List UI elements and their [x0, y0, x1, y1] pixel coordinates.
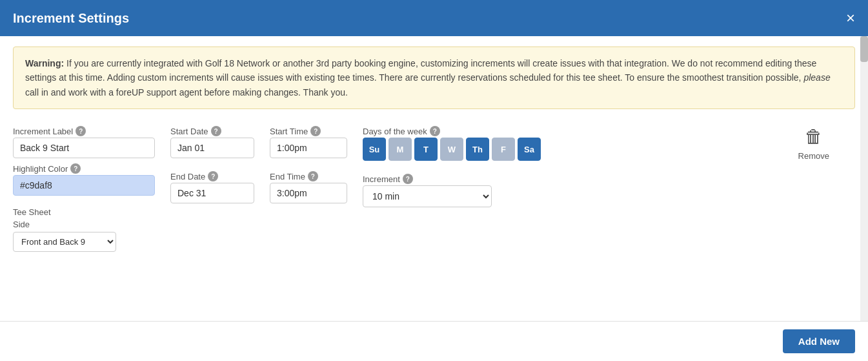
end-date-input[interactable] — [170, 183, 254, 203]
warning-bold: Warning: — [25, 58, 64, 68]
days-of-week-label: Days of the week ? — [363, 126, 569, 136]
day-btn-w[interactable]: W — [440, 138, 463, 161]
modal-title: Increment Settings — [13, 11, 129, 26]
remove-label: Remove — [798, 151, 829, 161]
modal-header: Increment Settings × — [0, 0, 868, 36]
highlight-color-help-icon[interactable]: ? — [70, 163, 81, 174]
add-new-button[interactable]: Add New — [783, 329, 855, 353]
increment-label-input[interactable] — [13, 138, 155, 158]
form-grid: Increment Label ? Highlight Color ? T — [13, 126, 855, 252]
days-row: Su M T W Th F Sa — [363, 138, 569, 161]
days-of-week-help-icon[interactable]: ? — [430, 126, 440, 136]
start-date-help-icon[interactable]: ? — [211, 126, 221, 136]
increment-help-icon[interactable]: ? — [403, 174, 413, 184]
increment-label-help-icon[interactable]: ? — [76, 126, 86, 136]
end-time-help-icon[interactable]: ? — [308, 171, 318, 181]
end-time-label: End Time ? — [270, 171, 347, 181]
tee-sheet-side-label: Side — [13, 220, 155, 229]
tee-sheet-section: Tee Sheet Side Front 9 Back 9 Front and … — [13, 207, 155, 252]
day-btn-su[interactable]: Su — [363, 138, 386, 161]
footer: Add New — [0, 321, 868, 361]
col-days-increment: Days of the week ? Su M T W Th F Sa — [363, 126, 569, 207]
increment-label-label: Increment Label ? — [13, 126, 155, 136]
scrollbar-thumb[interactable] — [860, 36, 868, 62]
trash-icon: 🗑 — [805, 126, 823, 147]
increment-field-label: Increment ? — [363, 174, 569, 184]
end-time-input[interactable] — [270, 183, 347, 203]
highlight-color-input[interactable] — [13, 175, 155, 196]
start-date-input[interactable] — [170, 138, 254, 158]
remove-button-area[interactable]: 🗑 Remove — [798, 126, 829, 161]
start-time-label: Start Time ? — [270, 126, 347, 136]
day-btn-t[interactable]: T — [414, 138, 438, 161]
form-area: Increment Label ? Highlight Color ? T — [0, 119, 868, 265]
day-btn-th[interactable]: Th — [466, 138, 489, 161]
scrollbar-track[interactable] — [860, 36, 868, 361]
col-increment-label: Increment Label ? Highlight Color ? T — [13, 126, 155, 252]
close-button[interactable]: × — [846, 10, 855, 26]
tee-sheet-side-select[interactable]: Front 9 Back 9 Front and Back 9 — [13, 232, 116, 252]
day-btn-sa[interactable]: Sa — [518, 138, 541, 161]
warning-box: Warning: If you are currently integrated… — [13, 46, 855, 109]
highlight-color-label: Highlight Color ? — [13, 163, 155, 174]
start-time-input[interactable] — [270, 138, 347, 158]
warning-text: If you are currently integrated with Gol… — [25, 58, 831, 98]
end-date-help-icon[interactable]: ? — [208, 171, 218, 181]
col-dates: Start Date ? End Date ? — [170, 126, 254, 203]
tee-sheet-label: Tee Sheet — [13, 207, 155, 217]
start-date-label: Start Date ? — [170, 126, 254, 136]
modal-container: Increment Settings × Warning: If you are… — [0, 0, 868, 361]
col-times: Start Time ? End Time ? — [270, 126, 347, 203]
day-btn-f[interactable]: F — [492, 138, 515, 161]
end-date-label: End Date ? — [170, 171, 254, 181]
start-time-help-icon[interactable]: ? — [310, 126, 321, 136]
day-btn-m[interactable]: M — [389, 138, 412, 161]
modal-body: Warning: If you are currently integrated… — [0, 36, 868, 361]
increment-select[interactable]: 5 min 8 min 10 min 12 min 15 min 20 min … — [363, 185, 492, 207]
